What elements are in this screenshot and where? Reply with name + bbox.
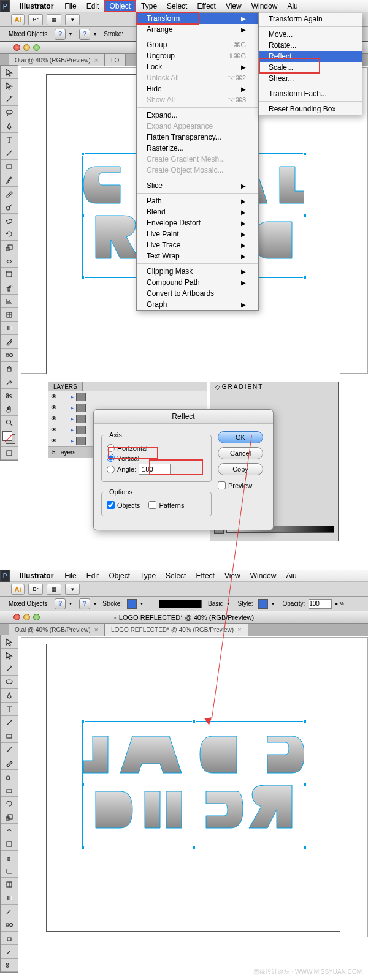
menu-item-path[interactable]: Path▶	[137, 195, 258, 206]
paintbrush-tool[interactable]	[1, 743, 18, 756]
rotate-tool[interactable]	[1, 797, 18, 810]
bridge-button[interactable]: Br	[28, 584, 43, 595]
fill-stroke-swatch[interactable]	[1, 429, 18, 447]
direct-selection-tool[interactable]	[1, 79, 18, 92]
blend-tool[interactable]	[1, 349, 18, 362]
visibility-icon[interactable]: 👁	[48, 404, 59, 411]
submenu-item-rotate-[interactable]: Rotate...	[259, 40, 362, 51]
menu-view[interactable]: View	[221, 1, 247, 12]
bridge-button[interactable]: Br	[28, 14, 43, 25]
menu-effect[interactable]: Effect	[192, 1, 220, 12]
visibility-icon[interactable]: 👁	[48, 393, 59, 400]
menu-object[interactable]: Object	[104, 0, 136, 12]
canvas-2[interactable]	[21, 637, 368, 937]
close-icon[interactable]: ×	[94, 56, 98, 64]
close-button[interactable]	[13, 614, 20, 620]
menu-item-create-gradient-mesh-[interactable]: Create Gradient Mesh...	[137, 154, 258, 165]
gradient-tool[interactable]	[1, 322, 18, 335]
symbol-sprayer-tool[interactable]	[1, 281, 18, 295]
selection-tool[interactable]	[1, 635, 18, 649]
submenu-item-transform-each-[interactable]: Transform Each...	[259, 88, 362, 99]
close-icon[interactable]: ×	[94, 626, 98, 633]
live-paint-tool[interactable]	[1, 932, 18, 945]
menu-window[interactable]: Window	[247, 1, 283, 12]
close-button[interactable]	[13, 44, 20, 51]
tab-2[interactable]: LO	[105, 54, 126, 66]
menu-item-create-object-mosaic-[interactable]: Create Object Mosaic...	[137, 165, 258, 176]
menu-item-unlock-all[interactable]: Unlock All⌥⌘2	[137, 72, 258, 83]
menu-item-live-paint[interactable]: Live Paint▶	[137, 228, 258, 239]
free-transform-tool[interactable]	[1, 837, 18, 851]
scissor-tool[interactable]	[1, 389, 18, 402]
screen-mode[interactable]	[1, 447, 18, 460]
brush-preview[interactable]	[159, 600, 202, 608]
gradient-tab[interactable]: ◇ GRADIENT	[210, 382, 338, 391]
type-tool[interactable]	[1, 703, 18, 716]
live-paint-tool[interactable]	[1, 362, 18, 375]
graph-tool[interactable]	[1, 864, 18, 878]
menu-item-compound-path[interactable]: Compound Path▶	[137, 277, 258, 288]
scale-tool[interactable]	[1, 241, 18, 254]
visibility-icon[interactable]: 👁	[48, 415, 59, 422]
zoom-button[interactable]	[33, 44, 40, 51]
free-transform-tool[interactable]	[1, 268, 18, 281]
submenu-item-transform-again[interactable]: Transform Again	[259, 13, 362, 24]
layer-row[interactable]: 👁▸	[48, 391, 207, 402]
pencil-tool[interactable]	[1, 187, 18, 200]
menu-item-arrange[interactable]: Arrange▶	[137, 24, 258, 35]
objects-checkbox[interactable]	[107, 501, 115, 509]
zoom-button[interactable]	[33, 614, 40, 620]
angle-radio[interactable]	[107, 466, 115, 473]
dropdown-button[interactable]: ▾	[65, 584, 80, 595]
menu-select[interactable]: Select	[161, 570, 191, 581]
slice-tool[interactable]	[1, 375, 18, 389]
submenu-item-move-[interactable]: Move...	[259, 29, 362, 40]
warp-tool[interactable]	[1, 254, 18, 268]
stroke-help[interactable]: ?	[79, 29, 90, 40]
submenu-item-shear-[interactable]: Shear...	[259, 73, 362, 84]
line-tool[interactable]	[1, 146, 18, 160]
menu-item-hide[interactable]: Hide▶	[137, 83, 258, 94]
pencil-tool[interactable]	[1, 756, 18, 770]
layers-tab[interactable]: LAYERS	[48, 382, 83, 391]
menu-file[interactable]: File	[59, 570, 81, 581]
menu-item-rasterize-[interactable]: Rasterize...	[137, 143, 258, 154]
menu-select[interactable]: Select	[162, 1, 192, 12]
eyedropper-tool[interactable]	[1, 335, 18, 349]
magic-wand-tool[interactable]	[1, 662, 18, 676]
menu-effect[interactable]: Effect	[191, 570, 219, 581]
selection-tool[interactable]	[1, 66, 18, 79]
eraser-tool[interactable]	[1, 214, 18, 227]
zoom-tool[interactable]	[1, 416, 18, 429]
tab-1[interactable]: O.ai @ 40% (RGB/Preview)×	[9, 624, 105, 636]
ok-button[interactable]: OK	[218, 431, 263, 443]
menu-type[interactable]: Type	[135, 570, 161, 581]
menu-edit[interactable]: Edit	[82, 1, 104, 12]
blob-brush-tool[interactable]	[1, 200, 18, 214]
tab-1[interactable]: O.ai @ 40% (RGB/Preview)×	[9, 54, 105, 66]
arrange-button[interactable]: ▦	[47, 14, 61, 25]
direct-selection-tool[interactable]	[1, 649, 18, 662]
menu-item-lock[interactable]: Lock▶	[137, 61, 258, 72]
minimize-button[interactable]	[23, 614, 30, 620]
opacity-input[interactable]	[309, 599, 332, 609]
cancel-button[interactable]: Cancel	[218, 447, 263, 459]
menu-item-group[interactable]: Group⌘G	[137, 39, 258, 50]
menu-type[interactable]: Type	[136, 1, 162, 12]
paintbrush-tool[interactable]	[1, 173, 18, 187]
menu-aiu[interactable]: Aiu	[282, 1, 302, 12]
menu-item-graph[interactable]: Graph▶	[137, 299, 258, 310]
line-tool[interactable]	[1, 716, 18, 729]
pen-tool[interactable]	[1, 689, 18, 703]
lasso-tool[interactable]	[1, 106, 18, 119]
patterns-checkbox[interactable]	[148, 501, 156, 509]
menu-window[interactable]: Window	[245, 570, 282, 581]
menu-object[interactable]: Object	[104, 570, 135, 581]
menu-item-live-trace[interactable]: Live Trace▶	[137, 239, 258, 251]
mesh-tool[interactable]	[1, 878, 18, 891]
menu-item-text-wrap[interactable]: Text Wrap▶	[137, 251, 258, 262]
visibility-icon[interactable]: 👁	[48, 437, 59, 444]
rectangle-tool[interactable]	[1, 160, 18, 173]
eraser-tool[interactable]	[1, 783, 18, 797]
pen-tool[interactable]	[1, 119, 18, 133]
